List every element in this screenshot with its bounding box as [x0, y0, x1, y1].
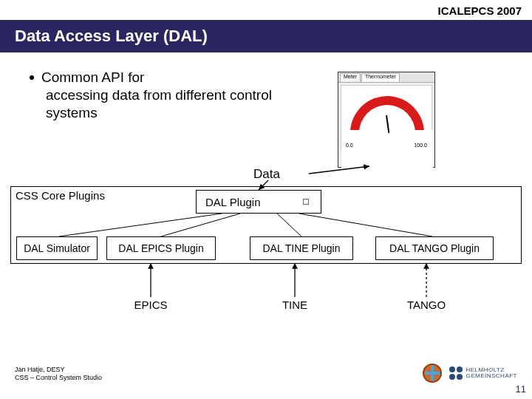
footer-author-block: Jan Hatje, DESY CSS – Control System Stu…	[15, 366, 102, 381]
dal-simulator-box: DAL Simulator	[16, 236, 98, 260]
bullet-dot	[30, 75, 34, 80]
tango-label: TANGO	[400, 299, 452, 311]
dal-tine-plugin-box: DAL TINE Plugin	[250, 236, 353, 260]
gauge-tab-meter: Meter	[340, 73, 361, 82]
epics-label: EPICS	[125, 299, 177, 311]
conference-label: ICALEPCS 2007	[438, 4, 522, 17]
gauge-widget-screenshot: Meter Thermometer 0.0 100.0 Style	[338, 72, 435, 168]
helmholtz-text: HELMHOLTZ GEMEINSCHAFT	[466, 367, 517, 379]
page-number: 11	[516, 383, 526, 395]
title-bar: Data Access Layer (DAL)	[0, 20, 532, 52]
logos: HELMHOLTZ GEMEINSCHAFT	[423, 364, 517, 383]
data-flow-label: Data	[253, 167, 280, 182]
dal-plugin-socket-icon	[303, 199, 309, 205]
gauge-tab-thermometer: Thermometer	[361, 73, 400, 82]
css-core-plugins-label: CSS Core Plugins	[16, 189, 105, 202]
bullet-line1: Common API for	[41, 69, 144, 85]
helmholtz-logo: HELMHOLTZ GEMEINSCHAFT	[449, 366, 517, 380]
dal-plugin-box: DAL Plugin	[196, 190, 321, 214]
desy-logo-icon	[423, 364, 442, 383]
footer-author: Jan Hatje, DESY	[15, 366, 102, 373]
gauge-min: 0.0	[346, 143, 353, 148]
gauge-max: 100.0	[414, 143, 427, 148]
bullet-line-rest: accessing data from different control sy…	[46, 86, 294, 122]
footer-project: CSS – Control System Studio	[15, 374, 102, 381]
page-title: Data Access Layer (DAL)	[15, 27, 208, 46]
dal-epics-plugin-box: DAL EPICS Plugin	[106, 236, 216, 260]
dal-plugin-label: DAL Plugin	[205, 196, 261, 208]
bullet-text: Common API for accessing data from diffe…	[28, 68, 294, 121]
dal-tango-plugin-box: DAL TANGO Plugin	[375, 236, 494, 260]
tine-label: TINE	[273, 299, 317, 311]
